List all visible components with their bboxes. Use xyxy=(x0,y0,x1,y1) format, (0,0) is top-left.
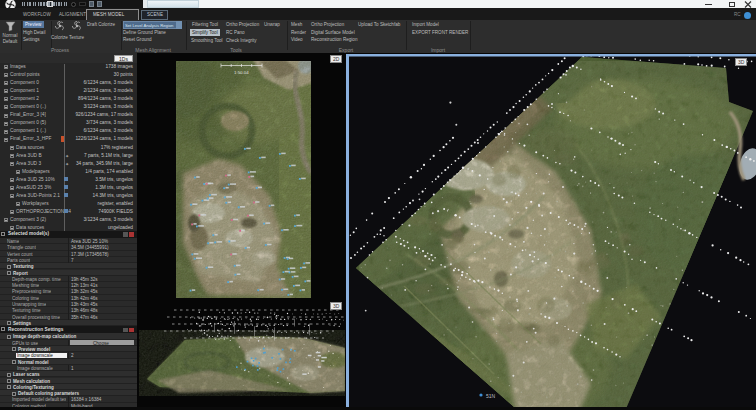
svg-text:51N: 51N xyxy=(486,393,496,399)
svg-text:1:50.04: 1:50.04 xyxy=(234,70,249,75)
